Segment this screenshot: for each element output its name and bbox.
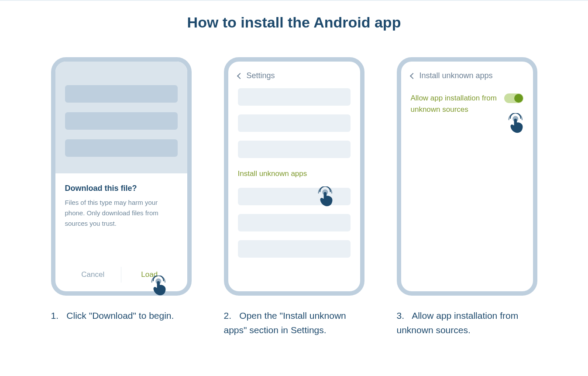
step-text: Open the "Install unknown apps" section …	[224, 310, 346, 335]
step-number: 1.	[51, 309, 64, 323]
load-button[interactable]: Load	[121, 267, 178, 283]
step-2: Settings Install unknown apps 2. Open th…	[224, 57, 364, 337]
download-dialog-body: Files of this type may harm your phone. …	[65, 197, 178, 229]
install-unknown-apps-item[interactable]: Install unknown apps	[238, 167, 351, 179]
page-title: How to install the Android app	[0, 1, 588, 57]
chevron-left-icon	[237, 72, 243, 79]
settings-item-placeholder	[238, 240, 351, 258]
placeholder-bar	[65, 85, 178, 103]
placeholder-bar	[65, 139, 178, 157]
step-1: Download this file? Files of this type m…	[51, 57, 192, 337]
settings-header[interactable]: Settings	[228, 62, 360, 86]
cancel-button[interactable]: Cancel	[65, 267, 122, 283]
download-dialog-title: Download this file?	[65, 184, 178, 193]
step-number: 3.	[397, 309, 410, 323]
allow-install-toggle[interactable]	[504, 93, 523, 103]
phone-mock-2: Settings Install unknown apps	[224, 57, 364, 296]
phone-mock-3: Install unknown apps Allow app installat…	[397, 57, 537, 296]
phone-mock-1: Download this file? Files of this type m…	[51, 57, 192, 296]
settings-item-placeholder	[238, 88, 351, 106]
chevron-left-icon	[409, 72, 416, 79]
install-unknown-header-label: Install unknown apps	[420, 71, 493, 80]
step-3-caption: 3. Allow app installation from unknown s…	[397, 309, 537, 337]
dialog-actions: Cancel Load	[65, 267, 178, 283]
install-unknown-header[interactable]: Install unknown apps	[401, 62, 533, 86]
step-number: 2.	[224, 309, 237, 323]
step-1-caption: 1. Click "Download" to begin.	[51, 309, 192, 323]
settings-item-placeholder	[238, 114, 351, 132]
placeholder-bar	[65, 112, 178, 130]
allow-install-label: Allow app installation from unknown sour…	[411, 93, 498, 115]
step-3: Install unknown apps Allow app installat…	[397, 57, 537, 337]
steps-row: Download this file? Files of this type m…	[0, 57, 588, 355]
toggle-knob	[514, 94, 523, 103]
phone1-upper-placeholder	[55, 62, 187, 173]
step-2-caption: 2. Open the "Install unknown apps" secti…	[224, 309, 364, 337]
step-text: Click "Download" to begin.	[66, 310, 174, 321]
settings-item-placeholder	[238, 214, 351, 231]
step-text: Allow app installation from unknown sour…	[397, 310, 519, 335]
settings-item-placeholder	[238, 188, 351, 205]
settings-header-label: Settings	[247, 71, 275, 80]
settings-item-placeholder	[238, 141, 351, 158]
